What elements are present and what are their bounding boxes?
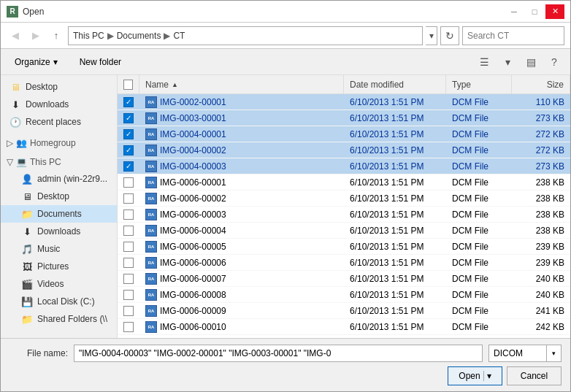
sidebar-group-homegroup[interactable]: ▷ 👥 Homegroup <box>1 135 117 151</box>
row-date: 6/10/2013 1:51 PM <box>344 239 446 254</box>
open-arrow: ▾ <box>483 371 491 381</box>
dcm-icon: RA <box>145 145 157 156</box>
row-checkbox[interactable] <box>123 226 134 236</box>
sidebar-item-admin[interactable]: 👤 admin (win-22r9... <box>1 170 117 188</box>
downloads-icon: ⬇ <box>9 99 21 110</box>
sidebar-group-thispc[interactable]: ▽ 💻 This PC <box>1 154 117 170</box>
sidebar-item-videos[interactable]: 🎬 Videos <box>1 275 117 293</box>
filetype-dropdown[interactable]: ▾ <box>547 345 562 362</box>
view-preview-button[interactable]: ▤ <box>521 53 541 72</box>
header-size[interactable]: Size <box>512 75 570 93</box>
row-checkbox[interactable] <box>123 177 134 188</box>
new-folder-button[interactable]: New folder <box>72 53 129 72</box>
row-checkbox-cell: ✓ <box>118 145 139 155</box>
sidebar-item-recent[interactable]: 🕐 Recent places <box>1 113 117 131</box>
table-row[interactable]: ✓RAIMG-0004-000026/10/2013 1:51 PMDCM Fi… <box>118 142 570 158</box>
row-type: DCM File <box>446 303 512 318</box>
table-row[interactable]: RAIMG-0006-000086/10/2013 1:51 PMDCM Fil… <box>118 287 570 303</box>
row-checkbox[interactable] <box>123 306 134 316</box>
table-row[interactable]: RAIMG-0006-000036/10/2013 1:51 PMDCM Fil… <box>118 207 570 223</box>
address-dropdown[interactable]: ▾ <box>426 26 437 45</box>
path-ct[interactable]: CT <box>173 31 185 41</box>
table-row[interactable]: RAIMG-0006-000066/10/2013 1:51 PMDCM Fil… <box>118 255 570 271</box>
table-row[interactable]: ✓RAIMG-0004-000036/10/2013 1:51 PMDCM Fi… <box>118 158 570 174</box>
table-row[interactable]: RAIMG-0006-000076/10/2013 1:51 PMDCM Fil… <box>118 271 570 287</box>
sidebar-item-localdisk[interactable]: 💾 Local Disk (C:) <box>1 293 117 310</box>
header-name[interactable]: Name ▲ <box>139 75 344 93</box>
search-box[interactable]: 🔍 <box>462 26 564 45</box>
minimize-button[interactable]: ─ <box>505 4 524 19</box>
table-row[interactable]: ✓RAIMG-0003-000016/10/2013 1:51 PMDCM Fi… <box>118 110 570 126</box>
view-details-button[interactable]: ☰ <box>474 53 494 72</box>
filename-input[interactable] <box>74 345 483 362</box>
row-name: RAIMG-0006-00004 <box>139 223 344 238</box>
table-row[interactable]: RAIMG-0006-000096/10/2013 1:51 PMDCM Fil… <box>118 303 570 319</box>
open-label: Open <box>459 371 480 381</box>
table-row[interactable]: ✓RAIMG-0002-000016/10/2013 1:51 PMDCM Fi… <box>118 94 570 110</box>
sidebar-item-documents[interactable]: 📁 Documents <box>1 205 117 223</box>
row-checkbox[interactable] <box>123 274 134 284</box>
table-row[interactable]: RAIMG-0006-000106/10/2013 1:51 PMDCM Fil… <box>118 319 570 335</box>
row-type: DCM File <box>446 126 512 142</box>
row-checkbox[interactable]: ✓ <box>123 97 134 107</box>
select-all-checkbox[interactable] <box>123 80 133 90</box>
row-checkbox-cell: ✓ <box>118 97 139 107</box>
sidebar-item-pictures[interactable]: 🖼 Pictures <box>1 258 117 275</box>
row-type: DCM File <box>446 94 512 109</box>
sidebar-label-homegroup: Homegroup <box>30 138 76 148</box>
row-checkbox[interactable] <box>123 290 134 300</box>
row-checkbox[interactable] <box>123 258 134 268</box>
address-bar: ◀ ▶ ↑ This PC ▶ Documents ▶ CT ▾ ↻ 🔍 <box>1 23 570 49</box>
dcm-icon: RA <box>145 305 157 317</box>
dcm-icon: RA <box>145 289 157 301</box>
sidebar-item-music[interactable]: 🎵 Music <box>1 240 117 258</box>
row-checkbox[interactable] <box>123 210 134 220</box>
sidebar-item-downloads[interactable]: ⬇ Downloads <box>1 96 117 113</box>
table-row[interactable]: RAIMG-0006-000026/10/2013 1:51 PMDCM Fil… <box>118 191 570 207</box>
cancel-button[interactable]: Cancel <box>507 366 562 385</box>
table-row[interactable]: ✓RAIMG-0004-000016/10/2013 1:51 PMDCM Fi… <box>118 126 570 142</box>
close-button[interactable]: ✕ <box>545 4 564 19</box>
row-checkbox-cell: ✓ <box>118 129 139 139</box>
header-date[interactable]: Date modified <box>344 75 446 93</box>
table-row[interactable]: RAIMG-0006-000046/10/2013 1:51 PMDCM Fil… <box>118 223 570 239</box>
sidebar-item-shared[interactable]: 📁 Shared Folders (\\ <box>1 310 117 328</box>
row-checkbox-cell <box>118 322 139 332</box>
row-checkbox[interactable]: ✓ <box>123 145 134 155</box>
row-checkbox[interactable] <box>123 242 134 252</box>
row-type: DCM File <box>446 207 512 222</box>
header-type[interactable]: Type <box>446 75 512 93</box>
up-button[interactable]: ↑ <box>47 27 65 45</box>
open-button[interactable]: Open ▾ <box>448 366 502 385</box>
row-date: 6/10/2013 1:51 PM <box>344 126 446 142</box>
sidebar-item-downloads2[interactable]: ⬇ Downloads <box>1 223 117 240</box>
back-button[interactable]: ◀ <box>7 27 24 45</box>
sidebar-item-desktop2[interactable]: 🖥 Desktop <box>1 188 117 205</box>
row-checkbox[interactable] <box>123 322 134 332</box>
row-checkbox[interactable]: ✓ <box>123 161 134 172</box>
view-dropdown-button[interactable]: ▾ <box>497 53 518 72</box>
sidebar-item-desktop[interactable]: 🖥 Desktop <box>1 78 117 96</box>
header-checkbox[interactable] <box>118 75 139 93</box>
search-input[interactable] <box>467 31 571 41</box>
table-row[interactable]: RAIMG-0006-000056/10/2013 1:51 PMDCM Fil… <box>118 239 570 255</box>
path-documents[interactable]: Documents <box>117 31 161 41</box>
row-checkbox-cell: ✓ <box>118 113 139 123</box>
dcm-icon: RA <box>145 193 157 204</box>
refresh-button[interactable]: ↻ <box>440 26 459 45</box>
organize-button[interactable]: Organize ▾ <box>7 53 66 72</box>
forward-button[interactable]: ▶ <box>27 27 45 45</box>
row-name: RAIMG-0004-00002 <box>139 142 344 158</box>
table-row[interactable]: RAIMG-0006-000016/10/2013 1:51 PMDCM Fil… <box>118 174 570 191</box>
row-date: 6/10/2013 1:51 PM <box>344 110 446 126</box>
view-help-button[interactable]: ? <box>544 53 564 72</box>
row-size: 238 KB <box>512 207 570 222</box>
path-thispc[interactable]: This PC <box>73 31 104 41</box>
row-checkbox[interactable] <box>123 193 134 204</box>
toolbar: Organize ▾ New folder ☰ ▾ ▤ ? <box>1 49 570 75</box>
row-checkbox[interactable]: ✓ <box>123 113 134 123</box>
maximize-button[interactable]: □ <box>525 4 544 19</box>
row-name: RAIMG-0003-00001 <box>139 110 344 126</box>
row-date: 6/10/2013 1:51 PM <box>344 158 446 174</box>
row-checkbox[interactable]: ✓ <box>123 129 134 139</box>
